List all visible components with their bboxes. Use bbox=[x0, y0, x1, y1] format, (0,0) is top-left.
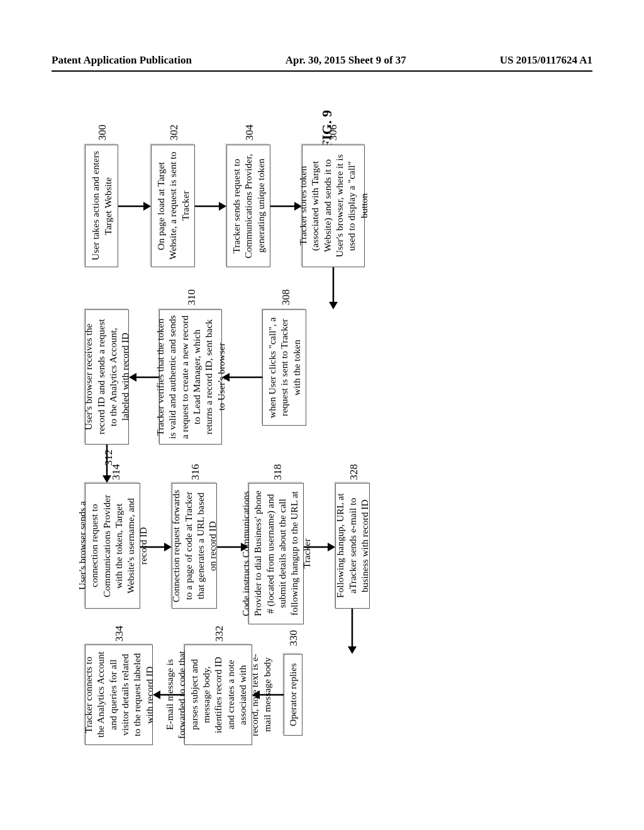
svg-marker-16 bbox=[164, 543, 172, 551]
box-334: Tracker connects to the Analytics Accoun… bbox=[85, 645, 153, 745]
svg-marker-10 bbox=[222, 373, 230, 382]
arrow-306-308-h bbox=[306, 305, 335, 314]
ref-302: 302 bbox=[168, 124, 180, 141]
box-318: Code instructs Communications Provider t… bbox=[248, 483, 304, 624]
ref-306: 306 bbox=[327, 124, 340, 141]
svg-marker-14 bbox=[103, 475, 111, 483]
arrow-302-304 bbox=[195, 200, 226, 213]
svg-marker-27 bbox=[153, 690, 160, 699]
figure-9: FIG. 9 User takes action and enters Targ… bbox=[85, 107, 560, 748]
ref-308: 308 bbox=[280, 289, 292, 306]
ref-310: 310 bbox=[186, 289, 198, 306]
svg-marker-22 bbox=[348, 646, 357, 654]
box-308: when User clicks "call", a request is se… bbox=[262, 309, 306, 426]
svg-marker-20 bbox=[328, 543, 335, 551]
box-310: Tracker verifies that the token is valid… bbox=[159, 309, 222, 445]
box-312: User's browser receives the record ID an… bbox=[85, 309, 129, 445]
box-330: Operator replies bbox=[284, 654, 303, 736]
arrow-316-318 bbox=[217, 541, 248, 553]
box-314: User's browser sends a connection reques… bbox=[85, 483, 140, 609]
arrow-306-308 bbox=[327, 267, 340, 309]
ref-332: 332 bbox=[213, 626, 226, 642]
arrow-into-330 bbox=[303, 689, 353, 697]
arrow-310-312 bbox=[129, 371, 159, 384]
ref-318: 318 bbox=[272, 464, 284, 480]
svg-marker-12 bbox=[129, 373, 136, 382]
ref-316: 316 bbox=[189, 464, 202, 480]
box-316: Connection request forwards to a page of… bbox=[172, 483, 217, 609]
box-328: Following hangup, URL at aTracker sends … bbox=[335, 483, 370, 609]
box-302: On page load at Target Website, a reques… bbox=[151, 145, 195, 267]
arrow-308-310 bbox=[222, 371, 262, 384]
svg-marker-3 bbox=[219, 202, 226, 211]
ref-330: 330 bbox=[287, 630, 300, 646]
header-right: US 2015/0117624 A1 bbox=[500, 54, 592, 67]
arrow-318-328 bbox=[304, 541, 335, 553]
svg-marker-18 bbox=[241, 543, 248, 551]
box-304: Tracker sends request to Communications … bbox=[226, 145, 270, 267]
ref-328: 328 bbox=[348, 464, 360, 480]
arrow-304-306 bbox=[270, 200, 302, 213]
box-306: Tracker stores token (associated with Ta… bbox=[302, 145, 365, 267]
arrow-314-316 bbox=[140, 541, 172, 553]
ref-304: 304 bbox=[243, 124, 256, 141]
arrow-312-314 bbox=[101, 445, 113, 483]
box-332: E-mail message is forwarded to code that… bbox=[184, 645, 252, 745]
svg-marker-25 bbox=[252, 690, 260, 699]
box-300: User takes action and enters Target Webs… bbox=[85, 145, 118, 267]
arrow-328-330 bbox=[346, 609, 358, 654]
arrow-300-302 bbox=[118, 200, 151, 213]
arrow-332-334 bbox=[153, 689, 184, 701]
ref-334: 334 bbox=[113, 626, 126, 642]
svg-marker-1 bbox=[143, 202, 151, 211]
arrow-330-332 bbox=[252, 689, 284, 701]
svg-marker-5 bbox=[294, 202, 302, 211]
ref-300: 300 bbox=[96, 124, 109, 141]
header-left: Patent Application Publication bbox=[52, 54, 192, 67]
page-header: Patent Application Publication Apr. 30, … bbox=[52, 54, 592, 72]
header-center: Apr. 30, 2015 Sheet 9 of 37 bbox=[286, 54, 406, 67]
